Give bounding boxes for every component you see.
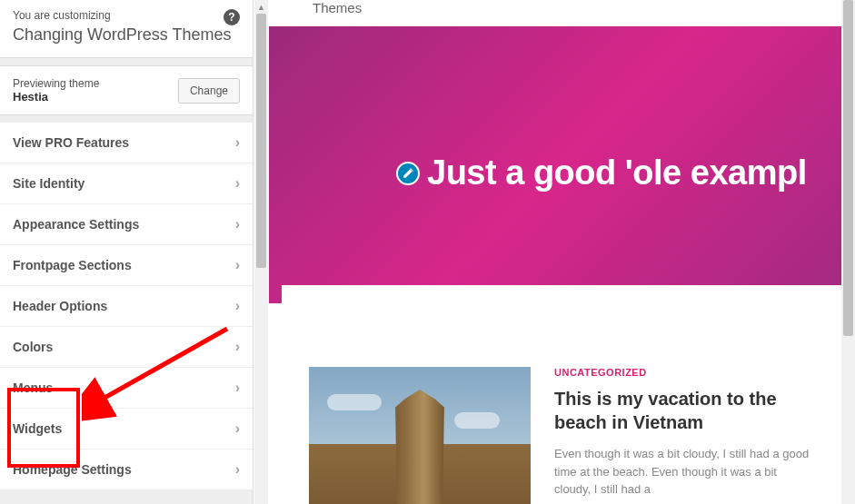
- sidebar-item-homepage[interactable]: Homepage Settings ›: [0, 450, 253, 490]
- sidebar-header: You are customizing ? Changing WordPress…: [0, 0, 253, 58]
- post-title[interactable]: This is my vacation to the beach in Viet…: [554, 387, 815, 434]
- hero-title-text: Just a good 'ole exampl: [427, 153, 807, 193]
- hero-banner: Just a good 'ole exampl: [269, 26, 855, 303]
- sidebar-item-label: Site Identity: [13, 176, 85, 191]
- preview-theme-row: Previewing theme Hestia Change: [0, 65, 253, 115]
- chevron-right-icon: ›: [235, 339, 240, 355]
- preview-theme-name: Hestia: [13, 90, 99, 104]
- edit-shortcut-icon[interactable]: [396, 162, 420, 185]
- sidebar-item-label: Appearance Settings: [13, 217, 139, 232]
- scrollbar-thumb[interactable]: [256, 14, 266, 268]
- sidebar-item-label: Frontpage Sections: [13, 258, 132, 272]
- post-category[interactable]: UNCATEGORIZED: [554, 367, 815, 378]
- breadcrumb: Themes: [269, 0, 855, 21]
- scroll-up-icon[interactable]: ▲: [254, 0, 268, 14]
- content-card: UNCATEGORIZED This is my vacation to the…: [282, 285, 842, 504]
- sidebar-item-label: Header Options: [13, 299, 107, 313]
- chevron-right-icon: ›: [235, 298, 240, 314]
- sidebar-item-site-identity[interactable]: Site Identity ›: [0, 163, 253, 204]
- post-thumbnail[interactable]: [309, 367, 531, 504]
- change-theme-button[interactable]: Change: [178, 78, 240, 104]
- sidebar-item-pro-features[interactable]: View PRO Features ›: [0, 123, 253, 163]
- post-meta: UNCATEGORIZED This is my vacation to the…: [554, 367, 815, 504]
- page-title: Changing WordPress Themes: [13, 25, 240, 44]
- preview-scrollbar[interactable]: [841, 0, 855, 504]
- sidebar-item-widgets[interactable]: Widgets ›: [0, 409, 253, 450]
- post-row: UNCATEGORIZED This is my vacation to the…: [309, 367, 815, 504]
- chevron-right-icon: ›: [235, 216, 240, 232]
- chevron-right-icon: ›: [235, 420, 240, 437]
- sidebar-item-label: Homepage Settings: [13, 462, 132, 477]
- chevron-right-icon: ›: [235, 380, 240, 396]
- customizer-sidebar: You are customizing ? Changing WordPress…: [0, 0, 254, 504]
- sidebar-item-label: Colors: [13, 340, 53, 354]
- sidebar-item-label: View PRO Features: [13, 135, 129, 150]
- sidebar-item-header-options[interactable]: Header Options ›: [0, 286, 253, 327]
- chevron-right-icon: ›: [235, 257, 240, 273]
- sidebar-item-colors[interactable]: Colors ›: [0, 327, 253, 368]
- sidebar-scrollbar[interactable]: ▲: [254, 0, 268, 504]
- scrollbar-thumb[interactable]: [843, 0, 853, 336]
- chevron-right-icon: ›: [235, 461, 240, 478]
- customizer-menu: View PRO Features › Site Identity › Appe…: [0, 123, 253, 490]
- sidebar-item-frontpage[interactable]: Frontpage Sections ›: [0, 245, 253, 286]
- chevron-right-icon: ›: [235, 134, 240, 151]
- sidebar-item-label: Widgets: [13, 421, 62, 436]
- decorative-cloud: [327, 394, 382, 410]
- decorative-cloud: [454, 412, 500, 429]
- chevron-right-icon: ›: [235, 175, 240, 192]
- sidebar-item-label: Menus: [13, 380, 53, 395]
- post-excerpt: Even though it was a bit cloudy, I still…: [554, 445, 815, 499]
- sidebar-item-menus[interactable]: Menus ›: [0, 368, 253, 409]
- customizing-label: You are customizing: [13, 9, 240, 22]
- live-preview-pane: Themes Just a good 'ole exampl UNCATEGOR…: [269, 0, 855, 504]
- help-icon[interactable]: ?: [224, 9, 240, 25]
- previewing-label: Previewing theme: [13, 77, 99, 90]
- sidebar-item-appearance[interactable]: Appearance Settings ›: [0, 204, 253, 245]
- hero-title: Just a good 'ole exampl: [396, 153, 807, 193]
- decorative-tower: [382, 390, 458, 504]
